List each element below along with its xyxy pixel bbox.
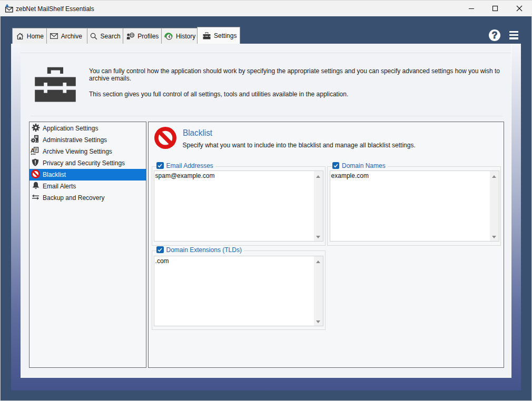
svg-text:A: A	[31, 147, 35, 154]
svg-text:?: ?	[492, 30, 498, 41]
